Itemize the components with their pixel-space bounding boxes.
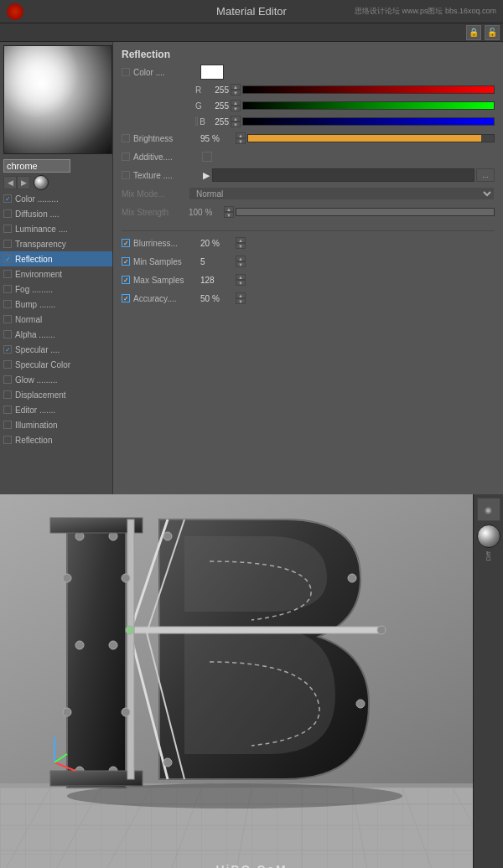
channel-label-transparency: Transparency — [15, 240, 66, 249]
mini-icon-button[interactable]: ◉ — [477, 498, 500, 521]
mini-label: Diff — [485, 551, 492, 561]
channel-check-glow[interactable] — [3, 375, 12, 384]
channel-check-luminance[interactable] — [3, 225, 12, 233]
material-preview[interactable] — [3, 45, 112, 154]
min-samples-checkbox[interactable]: ✓ — [122, 257, 130, 266]
g-slider[interactable] — [242, 101, 495, 110]
g-value: 255 — [205, 101, 229, 111]
accuracy-down[interactable]: ▼ — [236, 298, 246, 304]
channel-check-bump[interactable] — [3, 300, 12, 308]
min-samples-spinner[interactable]: ▲ ▼ — [236, 256, 246, 267]
brightness-spinner[interactable]: ▲ ▼ — [236, 132, 246, 144]
channel-check-alpha[interactable] — [3, 330, 12, 338]
channel-item-environment[interactable]: Environment — [0, 266, 112, 282]
channel-label-displacement: Displacement — [15, 390, 66, 400]
channel-item-alpha[interactable]: Alpha ....... — [0, 327, 112, 342]
texture-checkbox[interactable] — [122, 171, 130, 179]
channel-item-fog[interactable]: Fog ......... — [0, 282, 112, 297]
channel-check-specular[interactable]: ✓ — [3, 345, 12, 354]
b-up[interactable]: ▲ — [231, 116, 241, 121]
channel-check-environment[interactable] — [3, 270, 12, 278]
additive-toggle[interactable] — [202, 152, 212, 162]
channel-item-transparency[interactable]: Transparency — [0, 236, 112, 251]
texture-browse-button[interactable]: ... — [476, 168, 495, 182]
svg-point-30 — [163, 532, 172, 540]
channel-check-reflection[interactable]: ✓ — [3, 255, 12, 263]
color-swatch[interactable] — [200, 65, 224, 80]
channel-item-assignment[interactable]: Reflection — [0, 432, 112, 447]
channel-label-environment: Environment — [15, 270, 62, 279]
r-down[interactable]: ▼ — [231, 90, 241, 96]
channel-item-luminance[interactable]: Luminance .... — [0, 221, 112, 236]
channel-check-fog[interactable] — [3, 285, 12, 293]
channel-item-color[interactable]: ✓ Color ......... — [0, 191, 112, 206]
brightness-slider[interactable] — [247, 134, 495, 142]
min-samples-up[interactable]: ▲ — [236, 256, 246, 261]
g-up[interactable]: ▲ — [231, 100, 241, 106]
g-down[interactable]: ▼ — [231, 106, 241, 111]
color-checkbox[interactable] — [122, 68, 130, 76]
channel-check-displacement[interactable] — [3, 390, 12, 399]
channel-label-illumination: Illumination — [15, 421, 58, 430]
texture-arrow[interactable]: ▶ — [200, 169, 212, 181]
channel-item-specular[interactable]: ✓ Specular .... — [0, 342, 112, 357]
max-samples-down[interactable]: ▼ — [236, 280, 246, 286]
mix-strength-down[interactable]: ▼ — [224, 212, 234, 218]
brightness-label: Brightness — [133, 134, 200, 143]
r-slider[interactable] — [242, 85, 495, 94]
accuracy-checkbox[interactable]: ✓ — [122, 294, 130, 302]
blurriness-checkbox[interactable]: ✓ — [122, 239, 130, 247]
b-down[interactable]: ▼ — [231, 121, 241, 127]
min-samples-down[interactable]: ▼ — [236, 261, 246, 267]
accuracy-up[interactable]: ▲ — [236, 292, 246, 298]
b-slider[interactable] — [242, 117, 495, 126]
texture-preview[interactable] — [212, 168, 474, 182]
material-name-input[interactable] — [3, 159, 70, 173]
viewport[interactable]: ◉ Diff UiBQ.CoM — [0, 494, 503, 868]
channel-check-editor[interactable] — [3, 406, 12, 414]
b-value: 255 — [205, 117, 229, 127]
channel-item-illumination[interactable]: Illumination — [0, 417, 112, 432]
nav-sphere[interactable] — [34, 175, 49, 190]
g-spinner[interactable]: ▲ ▼ — [231, 100, 241, 111]
max-samples-checkbox[interactable]: ✓ — [122, 276, 130, 284]
brightness-down[interactable]: ▼ — [236, 138, 246, 144]
channel-check-assignment[interactable] — [3, 436, 12, 444]
nav-back-button[interactable]: ◀ — [3, 176, 17, 189]
channel-check-specular-color[interactable] — [3, 360, 12, 369]
b-spinner[interactable]: ▲ ▼ — [231, 116, 241, 127]
blurriness-spinner[interactable]: ▲ ▼ — [236, 237, 246, 249]
additive-checkbox[interactable] — [122, 152, 130, 161]
blurriness-down[interactable]: ▼ — [236, 243, 246, 249]
channel-item-glow[interactable]: Glow ......... — [0, 372, 112, 387]
blurriness-up[interactable]: ▲ — [236, 237, 246, 243]
r-spinner[interactable]: ▲ ▼ — [231, 84, 241, 96]
max-samples-spinner[interactable]: ▲ ▼ — [236, 274, 246, 286]
channel-item-specular-color[interactable]: Specular Color — [0, 357, 112, 372]
channel-check-normal[interactable] — [3, 315, 12, 323]
channel-item-reflection[interactable]: ✓ Reflection — [0, 251, 112, 266]
channel-item-bump[interactable]: Bump ....... — [0, 297, 112, 312]
svg-point-34 — [126, 626, 134, 634]
mix-mode-dropdown[interactable]: Normal — [189, 187, 495, 200]
channel-item-displacement[interactable]: Displacement — [0, 387, 112, 402]
mix-strength-up[interactable]: ▲ — [224, 206, 234, 212]
mix-strength-spinner[interactable]: ▲ ▼ — [224, 206, 234, 218]
max-samples-up[interactable]: ▲ — [236, 274, 246, 280]
channel-item-normal[interactable]: Normal — [0, 312, 112, 327]
channel-check-diffusion[interactable] — [3, 209, 12, 218]
channel-check-color[interactable]: ✓ — [3, 194, 12, 203]
channel-item-diffusion[interactable]: Diffusion .... — [0, 206, 112, 221]
accuracy-spinner[interactable]: ▲ ▼ — [236, 292, 246, 304]
mix-strength-slider[interactable] — [236, 208, 495, 216]
channel-check-transparency[interactable] — [3, 240, 12, 248]
unlock-button[interactable]: 🔓 — [485, 25, 500, 40]
channel-check-illumination[interactable] — [3, 421, 12, 429]
brightness-up[interactable]: ▲ — [236, 132, 246, 138]
r-up[interactable]: ▲ — [231, 84, 241, 90]
nav-forward-button[interactable]: ▶ — [17, 176, 30, 189]
lock-button[interactable]: 🔒 — [466, 25, 481, 40]
brightness-checkbox[interactable] — [122, 134, 130, 142]
channel-item-editor[interactable]: Editor ....... — [0, 402, 112, 417]
mini-preview-sphere[interactable] — [477, 524, 500, 548]
